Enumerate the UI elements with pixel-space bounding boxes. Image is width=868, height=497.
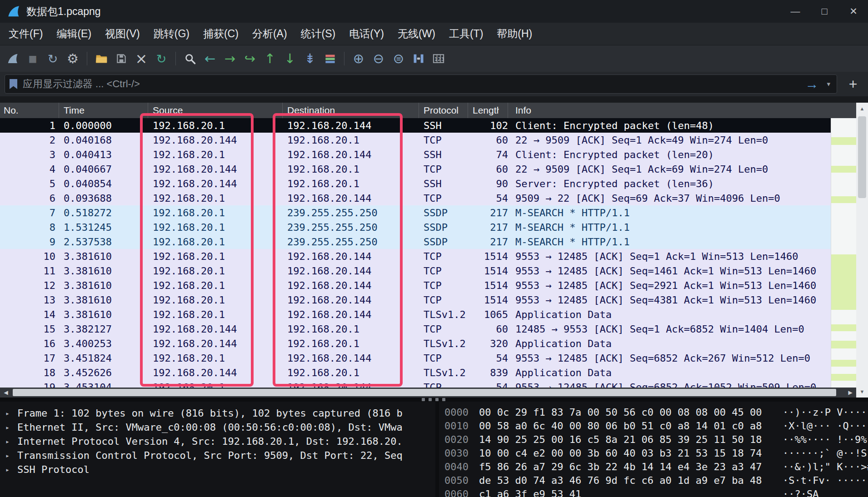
expand-arrow-icon[interactable]: ▸ [5,452,17,460]
packet-row-4[interactable]: 40.040667192.168.20.144192.168.20.1TCP60… [0,162,831,176]
cell-source: 192.168.20.1 [148,193,283,204]
reload-file-button[interactable]: ↻ [151,48,171,69]
restart-capture-button[interactable]: ↻ [43,48,63,69]
expand-arrow-icon[interactable]: ▸ [5,409,17,417]
colorize-button[interactable] [320,48,340,69]
close-file-button[interactable]: × [131,48,151,69]
scroll-left-icon[interactable]: ◀ [0,388,12,398]
packet-row-8[interactable]: 81.531245192.168.20.1239.255.255.250SSDP… [0,220,831,234]
hex-row-0040[interactable]: 0040f5 86 26 a7 29 6c 3b 22 4b 14 14 e4 … [444,460,868,473]
packet-row-10[interactable]: 103.381610192.168.20.1192.168.20.144TCP1… [0,249,831,263]
packet-row-18[interactable]: 183.452626192.168.20.144192.168.20.1TLSv… [0,365,831,380]
open-file-button[interactable] [91,48,111,69]
find-packet-button[interactable] [180,48,200,69]
packet-row-2[interactable]: 20.040168192.168.20.144192.168.20.1TCP60… [0,133,831,147]
expand-arrow-icon[interactable]: ▸ [5,423,17,432]
hex-row-0000[interactable]: 000000 0c 29 f1 83 7a 00 50 56 c0 00 08 … [444,405,868,419]
filter-dropdown-caret-icon[interactable]: ▾ [827,80,832,88]
packet-row-5[interactable]: 50.040854192.168.20.144192.168.20.1SSH90… [0,176,831,191]
go-back-button[interactable]: ← [200,48,220,69]
detail-line-4[interactable]: ▸Transmission Control Protocol, Src Port… [5,448,435,462]
pane-divider[interactable] [435,402,439,497]
packet-row-3[interactable]: 30.040413192.168.20.1192.168.20.144SSH74… [0,147,831,162]
packet-row-12[interactable]: 123.381610192.168.20.1192.168.20.144TCP1… [0,278,831,293]
displayed-columns-button[interactable]: 123 [429,48,449,69]
scroll-down-icon[interactable]: ▼ [856,386,868,398]
hex-row-0050[interactable]: 0050de 53 d0 74 a3 46 76 9d fc c6 a0 1d … [444,473,868,487]
column-header-source[interactable]: Source [148,103,283,118]
display-filter-input[interactable]: 应用显示过滤器 ... <Ctrl-/> → ▾ [5,75,837,94]
wireshark-window: 数据包1.pcapng — □ ✕ 文件(F)编辑(E)视图(V)跳转(G)捕获… [0,0,868,497]
packet-row-11[interactable]: 113.381610192.168.20.1192.168.20.144TCP1… [0,263,831,278]
auto-scroll-button[interactable]: ⇟ [300,48,320,69]
column-header-length[interactable]: Length [468,103,508,118]
hex-row-0060[interactable]: 0060c1 a6 3f e9 53 41··?·SA [444,487,868,497]
zoom-in-button[interactable]: ⊕ [349,48,369,69]
minimize-button[interactable]: — [781,0,810,23]
hex-row-0020[interactable]: 002014 90 25 25 00 16 c5 8a 21 06 85 39 … [444,432,868,446]
detail-line-3[interactable]: ▸Internet Protocol Version 4, Src: 192.1… [5,434,435,448]
menu-item-tools[interactable]: 工具(T) [442,23,490,45]
menu-item-capture[interactable]: 捕获(C) [196,23,245,45]
packet-list-vscrollbar[interactable]: ▲ ▼ [856,103,868,398]
packet-row-7[interactable]: 70.518272192.168.20.1239.255.255.250SSDP… [0,205,831,220]
cell-protocol: SSH [419,120,468,131]
menu-item-edit[interactable]: 编辑(E) [50,23,98,45]
packet-row-6[interactable]: 60.093688192.168.20.1192.168.20.144TCP54… [0,191,831,205]
hex-row-0010[interactable]: 001000 58 a0 6c 40 00 80 06 b0 51 c0 a8 … [444,419,868,432]
packet-row-9[interactable]: 92.537538192.168.20.1239.255.255.250SSDP… [0,234,831,249]
start-capture-button[interactable] [3,48,23,69]
go-first-button[interactable]: ↑ [260,48,280,69]
filter-bookmark-icon[interactable] [10,79,17,89]
menu-item-wireless[interactable]: 无线(W) [391,23,442,45]
detail-line-2[interactable]: ▸Ethernet II, Src: VMware_c0:00:08 (00:5… [5,420,435,434]
packet-row-19[interactable]: 193.453104192.168.20.1192.168.20.144TCP5… [0,380,831,388]
pane-splitter[interactable] [0,398,868,402]
menu-item-view[interactable]: 视图(V) [98,23,147,45]
splitter-handle-icon[interactable] [422,398,445,401]
menu-item-analyze[interactable]: 分析(A) [245,23,294,45]
go-forward-button[interactable]: → [220,48,240,69]
menu-item-file[interactable]: 文件(F) [2,23,50,45]
packet-row-15[interactable]: 153.382127192.168.20.144192.168.20.1TCP6… [0,322,831,336]
menu-item-help[interactable]: 帮助(H) [490,23,539,45]
detail-line-1[interactable]: ▸Frame 1: 102 bytes on wire (816 bits), … [5,406,435,420]
packet-row-17[interactable]: 173.451824192.168.20.1192.168.20.144TCP5… [0,351,831,365]
packet-row-1[interactable]: 10.000000192.168.20.1192.168.20.144SSH10… [0,118,831,133]
column-header-info[interactable]: Info [508,103,868,118]
vscrollbar-thumb[interactable] [858,116,866,198]
menu-item-go[interactable]: 跳转(G) [147,23,196,45]
stop-capture-button[interactable]: ■ [23,48,43,69]
column-header-no[interactable]: No. [0,103,59,118]
column-header-time[interactable]: Time [59,103,148,118]
filter-apply-icon[interactable]: → [802,76,821,92]
hex-dump-pane: 000000 0c 29 f1 83 7a 00 50 56 c0 00 08 … [439,402,868,497]
packet-list-minimap[interactable] [831,118,856,388]
hscrollbar-thumb[interactable] [13,389,836,396]
expand-arrow-icon[interactable]: ▸ [5,437,17,446]
filter-add-button[interactable]: + [843,75,863,94]
capture-options-button[interactable]: ⚙ [63,48,83,69]
packet-row-13[interactable]: 133.381610192.168.20.1192.168.20.144TCP1… [0,293,831,307]
expand-arrow-icon[interactable]: ▸ [5,466,17,474]
hex-row-0030[interactable]: 003010 00 c4 e2 00 00 3b 60 40 03 b3 21 … [444,446,868,460]
menu-item-telephony[interactable]: 电话(Y) [342,23,391,45]
maximize-button[interactable]: □ [810,0,839,23]
packet-list-hscrollbar[interactable]: ◀ ▶ [0,388,856,398]
zoom-reset-button[interactable]: ⊜ [389,48,409,69]
detail-line-5[interactable]: ▸SSH Protocol [5,462,435,477]
close-button[interactable]: ✕ [839,0,868,23]
go-last-button[interactable]: ↓ [280,48,300,69]
cell-destination: 192.168.20.1 [283,367,419,378]
zoom-out-button[interactable]: ⊖ [369,48,389,69]
go-to-packet-button[interactable]: ↪ [240,48,260,69]
column-header-protocol[interactable]: Protocol [419,103,468,118]
packet-row-16[interactable]: 163.400253192.168.20.144192.168.20.1TLSv… [0,336,831,351]
resize-columns-button[interactable] [409,48,429,69]
scroll-up-icon[interactable]: ▲ [856,103,868,114]
menu-item-statistics[interactable]: 统计(S) [294,23,343,45]
scroll-right-icon[interactable]: ▶ [844,388,856,398]
save-file-button[interactable] [111,48,131,69]
packet-row-14[interactable]: 143.381610192.168.20.1192.168.20.144TLSv… [0,307,831,322]
column-header-destination[interactable]: Destination [283,103,419,118]
